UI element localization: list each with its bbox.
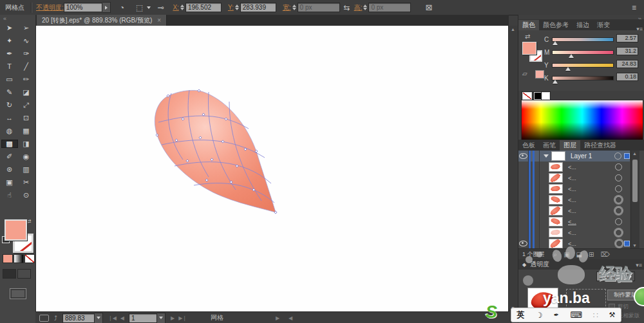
white-swatch[interactable] xyxy=(542,92,550,100)
tab-layers[interactable]: 图层 xyxy=(560,140,580,151)
status-arrow-left-icon[interactable]: ◀ xyxy=(289,315,292,321)
selection-tool[interactable]: ➤ xyxy=(1,24,18,32)
opacity-label[interactable]: 不透明度: xyxy=(36,3,64,12)
rotate-tool[interactable]: ↻ xyxy=(1,101,18,109)
gradient-tool[interactable]: ◨ xyxy=(18,140,35,148)
artboard-dropdown-button[interactable] xyxy=(157,313,166,323)
symbol-sprayer-tool[interactable]: ◉ xyxy=(18,152,35,161)
scale-tool[interactable]: ⤢ xyxy=(18,101,35,109)
select-similar-icon[interactable]: ⬚ xyxy=(136,3,143,12)
lock-cell[interactable] xyxy=(529,216,540,227)
x-spinner[interactable] xyxy=(180,5,184,10)
eyedropper-tool[interactable]: ✐ xyxy=(1,152,18,161)
path-label[interactable]: <... xyxy=(568,186,615,192)
recolor-artwork-icon[interactable]: ◔ xyxy=(120,3,124,12)
slice-tool[interactable]: ✂ xyxy=(18,178,35,187)
pen-tool[interactable]: ✒ xyxy=(1,50,18,58)
visibility-cell[interactable] xyxy=(518,216,529,227)
path-thumbnail[interactable] xyxy=(549,195,563,205)
lock-cell[interactable] xyxy=(529,205,540,216)
path-thumbnail[interactable] xyxy=(549,228,563,237)
line-tool[interactable]: ╱ xyxy=(18,62,35,71)
new-layer-icon[interactable]: ⊞ xyxy=(589,251,594,258)
in-gamut-swatch[interactable] xyxy=(535,70,544,78)
align-icon[interactable]: ⊸ xyxy=(157,3,164,12)
opacity-input[interactable]: 100% xyxy=(64,3,102,12)
lock-cell[interactable] xyxy=(529,227,540,238)
ime-keyboard-icon[interactable]: ⌨ xyxy=(570,310,582,320)
document-tab[interactable]: 20 [转换].eps* @ 889.83% (RGB/预览) × xyxy=(37,15,167,26)
scroll-up-icon[interactable]: ▲ xyxy=(511,27,515,32)
swap-colors-icon[interactable]: ⇄ xyxy=(525,33,530,40)
free-transform-icon[interactable]: ⊠ xyxy=(425,3,432,12)
draw-behind-button[interactable] xyxy=(17,269,31,279)
lock-cell[interactable] xyxy=(529,183,540,194)
path-label[interactable]: <... xyxy=(568,164,615,171)
path-row[interactable]: <... xyxy=(518,194,630,206)
zoom-level-input[interactable]: 889.83 xyxy=(62,313,95,323)
mesh-petal-shape[interactable] xyxy=(146,84,284,219)
gradient-mode-button[interactable] xyxy=(14,254,24,263)
lock-cell[interactable] xyxy=(529,151,540,162)
target-circle-icon[interactable] xyxy=(615,163,622,171)
cyan-value[interactable]: 2.57 xyxy=(616,34,638,42)
tab-swatches[interactable]: 色板 xyxy=(518,140,539,151)
type-tool[interactable]: T xyxy=(1,62,18,71)
visibility-cell[interactable] xyxy=(518,162,529,172)
mesh-tool[interactable]: ▩ xyxy=(1,140,18,148)
lock-cell[interactable] xyxy=(529,238,540,249)
ime-language-toggle[interactable]: 英 xyxy=(517,309,525,320)
transparency-menu-icon[interactable]: ▾≡ xyxy=(636,262,642,268)
path-thumbnail[interactable] xyxy=(549,173,563,183)
new-sublayer-icon[interactable]: ⬓ xyxy=(576,251,582,258)
column-graph-tool[interactable]: ▥ xyxy=(18,165,35,174)
path-row[interactable]: <... xyxy=(518,216,630,228)
path-label[interactable]: <... xyxy=(568,197,615,203)
path-label[interactable]: <... xyxy=(568,208,615,214)
layer-row-layer1[interactable]: Layer 1 xyxy=(518,151,630,162)
y-spinner[interactable] xyxy=(235,5,239,10)
first-artboard-icon[interactable]: ❘◀ xyxy=(108,315,117,321)
target-circle-meshed-icon[interactable] xyxy=(616,240,623,247)
visibility-cell[interactable] xyxy=(518,227,529,238)
make-clipping-mask-icon[interactable]: ▣ xyxy=(564,251,569,258)
close-tab-icon[interactable]: × xyxy=(157,17,161,24)
path-thumbnail[interactable] xyxy=(549,239,563,248)
out-of-gamut-cube-icon[interactable]: ▱ xyxy=(522,70,527,77)
magenta-slider-thumb[interactable] xyxy=(569,54,574,58)
opacity-spinner-button[interactable] xyxy=(627,272,635,281)
yellow-value[interactable]: 24.83 xyxy=(616,60,638,68)
path-label[interactable]: <... xyxy=(568,175,615,181)
visibility-cell[interactable] xyxy=(518,172,529,183)
direct-selection-tool[interactable]: ➢ xyxy=(18,24,35,32)
target-circle-icon[interactable] xyxy=(615,218,622,225)
path-row[interactable]: <... xyxy=(518,162,630,173)
black-slider-thumb[interactable] xyxy=(553,80,558,84)
previous-artboard-icon[interactable]: ◀ xyxy=(120,315,124,321)
visibility-cell[interactable] xyxy=(518,205,529,216)
artboard-tool[interactable]: ▣ xyxy=(1,178,18,187)
panel-fill-swatch[interactable] xyxy=(522,42,536,55)
cyan-slider-thumb[interactable] xyxy=(553,41,558,45)
color-spectrum-bar[interactable] xyxy=(521,100,643,141)
y-input[interactable]: 283.939 xyxy=(240,3,276,12)
lock-cell[interactable] xyxy=(529,194,540,205)
lasso-tool[interactable]: ∿ xyxy=(18,37,35,45)
tab-stroke[interactable]: 描边 xyxy=(573,20,593,30)
ime-wrench-icon[interactable]: ⚒ xyxy=(609,311,616,319)
color-mode-button[interactable] xyxy=(3,254,13,263)
tab-color[interactable]: 颜色 xyxy=(518,20,539,30)
shape-builder-tool[interactable]: ◍ xyxy=(1,127,18,135)
target-circle-icon[interactable] xyxy=(615,174,622,181)
screen-mode-status-icon[interactable] xyxy=(39,315,49,322)
ime-logo-icon[interactable]: S xyxy=(486,302,497,322)
toolbar-collapse-icon[interactable]: « xyxy=(3,15,6,22)
height-spinner[interactable] xyxy=(363,5,367,10)
tab-pathfinder[interactable]: 路径查找器 xyxy=(580,140,620,151)
visibility-cell[interactable] xyxy=(518,194,529,205)
cyan-slider[interactable] xyxy=(552,37,614,42)
lock-cell[interactable] xyxy=(529,172,540,183)
width-input[interactable]: 0 px xyxy=(298,3,340,12)
layers-scrollbar-thumb[interactable] xyxy=(632,160,638,202)
hand-tool[interactable]: ☝ xyxy=(1,191,18,199)
